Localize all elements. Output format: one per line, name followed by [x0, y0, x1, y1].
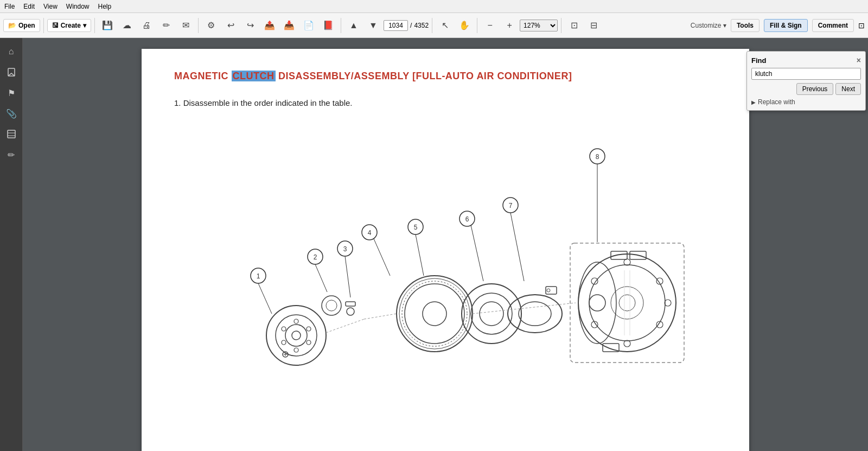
upload-button[interactable]: ☁: [118, 16, 136, 35]
part-2-group: 2: [308, 249, 341, 315]
svg-text:3: 3: [343, 245, 347, 253]
svg-point-64: [589, 295, 605, 311]
svg-line-77: [364, 314, 397, 319]
select-tool-button[interactable]: ↖: [436, 16, 454, 35]
paperclip-icon[interactable]: 📎: [2, 104, 21, 123]
create-button[interactable]: 🖫 Create ▾: [47, 19, 91, 32]
svg-point-65: [624, 259, 630, 265]
home-icon[interactable]: ⌂: [2, 42, 21, 61]
customize-button[interactable]: Customize ▾: [691, 22, 726, 29]
print-button[interactable]: 🖨: [137, 16, 156, 35]
find-input[interactable]: [751, 68, 861, 80]
export3-button[interactable]: 📄: [299, 16, 318, 35]
find-title: Find: [751, 56, 766, 65]
tools-panel-button[interactable]: Tools: [731, 19, 760, 32]
pdf-page: MAGNETIC CLUTCH DISASSEMBLY/ASSEMBLY [FU…: [142, 49, 749, 451]
menu-window[interactable]: Window: [66, 3, 90, 10]
menu-file[interactable]: File: [4, 3, 15, 10]
svg-point-11: [294, 319, 298, 323]
bookmark-icon[interactable]: [2, 63, 21, 81]
svg-point-59: [589, 265, 665, 341]
next-button[interactable]: Next: [835, 83, 861, 95]
separator: [561, 18, 561, 33]
undo-button[interactable]: ↩: [221, 16, 240, 35]
document-area[interactable]: MAGNETIC CLUTCH DISASSEMBLY/ASSEMBLY [FU…: [23, 38, 868, 451]
svg-point-38: [423, 302, 446, 326]
find-close-button[interactable]: ×: [857, 56, 861, 65]
edit-icon[interactable]: ✏: [2, 145, 21, 164]
svg-line-49: [510, 213, 524, 281]
separator: [432, 18, 432, 33]
menu-view[interactable]: View: [43, 3, 58, 10]
hand-tool-button[interactable]: ✋: [455, 16, 474, 35]
separator: [43, 18, 44, 33]
page-number-input[interactable]: 1034: [384, 20, 408, 31]
create-label: Create: [61, 22, 81, 29]
next-page-button[interactable]: ▼: [364, 16, 382, 35]
find-panel: Find × Previous Next ▶ Replace with: [746, 51, 866, 111]
svg-point-37: [405, 284, 464, 344]
svg-point-72: [611, 287, 643, 319]
save-button[interactable]: 💾: [98, 16, 117, 35]
svg-text:5: 5: [414, 224, 418, 231]
fit-width-button[interactable]: ⊟: [584, 16, 603, 35]
part-5-group: 5: [397, 219, 473, 352]
svg-rect-61: [611, 251, 627, 259]
zoom-out-button[interactable]: −: [481, 16, 499, 35]
svg-rect-52: [546, 287, 557, 294]
redo-button[interactable]: ↪: [241, 16, 259, 35]
customize-label: Customize: [691, 22, 722, 29]
svg-point-58: [578, 254, 676, 352]
svg-point-29: [347, 308, 354, 315]
replace-with-row[interactable]: ▶ Replace with: [751, 98, 861, 106]
export2-button[interactable]: 📥: [280, 16, 298, 35]
edit-button[interactable]: ✏: [157, 16, 175, 35]
svg-line-32: [374, 239, 390, 276]
svg-line-35: [416, 234, 424, 276]
page-separator: /: [410, 22, 412, 29]
menubar: File Edit View Window Help: [0, 0, 868, 13]
create-icon: 🖫: [52, 22, 59, 29]
toolbar: 📂 Open 🖫 Create ▾ 💾 ☁ 🖨 ✏ ✉ ⚙ ↩ ↪ 📤 📥 📄 …: [0, 13, 868, 38]
svg-text:8: 8: [596, 153, 599, 161]
svg-point-73: [619, 295, 635, 311]
previous-button[interactable]: Previous: [796, 83, 834, 95]
layers-icon[interactable]: [2, 125, 21, 143]
find-header: Find ×: [751, 56, 861, 65]
svg-line-22: [315, 264, 327, 292]
svg-text:1: 1: [257, 272, 260, 280]
svg-point-13: [307, 340, 311, 345]
svg-point-51: [519, 302, 551, 326]
open-button[interactable]: 📂 Open: [3, 19, 40, 32]
prev-page-button[interactable]: ▲: [344, 16, 363, 35]
fill-sign-panel-button[interactable]: Fill & Sign: [764, 19, 808, 32]
settings-button[interactable]: ⚙: [202, 16, 220, 35]
svg-rect-1: [8, 130, 15, 138]
flag-icon[interactable]: ⚑: [2, 84, 21, 102]
step-1-text: 1. Disassemble in the order indicated in…: [174, 98, 717, 107]
export1-button[interactable]: 📤: [260, 16, 279, 35]
exploded-diagram: 1: [201, 118, 690, 368]
separator: [477, 18, 477, 33]
svg-point-14: [294, 348, 298, 352]
email-button[interactable]: ✉: [176, 16, 195, 35]
svg-point-15: [282, 340, 286, 345]
svg-point-69: [624, 340, 630, 347]
svg-text:7: 7: [509, 202, 513, 209]
menu-edit[interactable]: Edit: [23, 3, 35, 10]
export4-button[interactable]: 📕: [319, 16, 337, 35]
comment-panel-button[interactable]: Comment: [812, 19, 854, 32]
maximize-icon[interactable]: ⊡: [858, 21, 865, 30]
panel-buttons: Customize ▾ Tools Fill & Sign Comment ⊡: [691, 19, 865, 32]
menu-help[interactable]: Help: [98, 3, 112, 10]
main-layout: ⌂ ⚑ 📎 ✏ MAGNETIC CLUTCH DISASSEMBLY/ASSE…: [0, 38, 868, 451]
svg-point-9: [285, 325, 307, 346]
zoom-select[interactable]: 127% 100% 75% 50%: [520, 20, 558, 31]
svg-point-10: [292, 331, 301, 340]
fit-page-button[interactable]: ⊡: [565, 16, 583, 35]
separator: [198, 18, 199, 33]
part-4-group: 4: [362, 225, 390, 276]
open-label: Open: [18, 22, 35, 29]
compressor-body: [578, 251, 676, 352]
zoom-in-button[interactable]: +: [500, 16, 519, 35]
